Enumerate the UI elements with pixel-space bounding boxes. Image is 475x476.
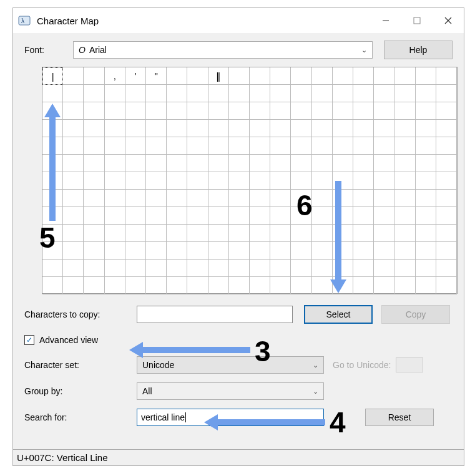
grid-cell[interactable] bbox=[63, 67, 84, 85]
grid-cell[interactable] bbox=[416, 102, 436, 120]
grid-cell[interactable] bbox=[291, 277, 311, 294]
grid-cell[interactable] bbox=[436, 67, 457, 85]
grid-cell[interactable] bbox=[125, 277, 146, 294]
grid-cell[interactable] bbox=[208, 137, 229, 155]
grid-cell[interactable] bbox=[394, 120, 415, 137]
grid-cell[interactable] bbox=[353, 137, 374, 155]
grid-cell[interactable] bbox=[63, 172, 84, 190]
grid-cell[interactable] bbox=[63, 190, 84, 207]
grid-cell[interactable] bbox=[394, 172, 415, 190]
grid-cell[interactable] bbox=[84, 120, 104, 137]
grid-cell[interactable] bbox=[229, 190, 250, 207]
grid-cell[interactable] bbox=[167, 120, 187, 137]
grid-cell[interactable] bbox=[229, 225, 250, 242]
grid-cell[interactable] bbox=[270, 260, 291, 277]
grid-cell[interactable] bbox=[270, 190, 291, 207]
grid-cell[interactable] bbox=[125, 225, 146, 242]
grid-cell[interactable] bbox=[291, 242, 311, 260]
grid-cell[interactable] bbox=[167, 277, 187, 294]
grid-cell[interactable] bbox=[208, 190, 229, 207]
grid-cell[interactable]: | bbox=[42, 67, 63, 85]
grid-cell[interactable] bbox=[229, 172, 250, 190]
grid-cell[interactable] bbox=[250, 137, 270, 155]
grid-cell[interactable] bbox=[353, 242, 374, 260]
grid-cell[interactable] bbox=[187, 225, 208, 242]
grid-cell[interactable] bbox=[167, 172, 187, 190]
grid-cell[interactable] bbox=[291, 102, 311, 120]
grid-cell[interactable] bbox=[394, 67, 415, 85]
search-input[interactable]: vertical line bbox=[137, 409, 324, 426]
grid-cell[interactable] bbox=[374, 207, 394, 225]
grid-cell[interactable] bbox=[208, 102, 229, 120]
grid-cell[interactable] bbox=[312, 207, 333, 225]
grid-cell[interactable] bbox=[436, 172, 457, 190]
grid-cell[interactable] bbox=[291, 67, 311, 85]
grid-cell[interactable] bbox=[146, 172, 167, 190]
grid-cell[interactable] bbox=[436, 85, 457, 102]
grid-cell[interactable] bbox=[333, 155, 353, 172]
grid-cell[interactable] bbox=[167, 155, 187, 172]
grid-cell[interactable] bbox=[187, 102, 208, 120]
font-select[interactable]: O Arial ⌄ bbox=[73, 41, 373, 59]
grid-cell[interactable] bbox=[353, 155, 374, 172]
grid-cell[interactable] bbox=[125, 190, 146, 207]
grid-cell[interactable] bbox=[333, 277, 353, 294]
grid-cell[interactable] bbox=[105, 225, 125, 242]
copy-button[interactable]: Copy bbox=[381, 305, 450, 324]
grid-cell[interactable] bbox=[333, 225, 353, 242]
grid-cell[interactable] bbox=[312, 120, 333, 137]
grid-cell[interactable] bbox=[312, 260, 333, 277]
grid-cell[interactable] bbox=[250, 190, 270, 207]
grid-cell[interactable] bbox=[270, 172, 291, 190]
grid-cell[interactable] bbox=[312, 225, 333, 242]
grid-cell[interactable] bbox=[333, 207, 353, 225]
grid-cell[interactable] bbox=[353, 67, 374, 85]
grid-cell[interactable] bbox=[63, 137, 84, 155]
grid-cell[interactable] bbox=[42, 102, 63, 120]
grid-cell[interactable] bbox=[353, 207, 374, 225]
grid-cell[interactable] bbox=[416, 67, 436, 85]
grid-cell[interactable] bbox=[187, 260, 208, 277]
grid-cell[interactable] bbox=[353, 172, 374, 190]
grid-cell[interactable] bbox=[167, 225, 187, 242]
grid-cell[interactable] bbox=[394, 85, 415, 102]
grid-cell[interactable] bbox=[291, 155, 311, 172]
maximize-button[interactable] bbox=[401, 8, 433, 33]
grid-cell[interactable] bbox=[250, 242, 270, 260]
reset-button[interactable]: Reset bbox=[365, 409, 434, 426]
grid-cell[interactable] bbox=[84, 102, 104, 120]
grid-cell[interactable] bbox=[42, 190, 63, 207]
grid-cell[interactable] bbox=[436, 277, 457, 294]
grid-cell[interactable] bbox=[312, 190, 333, 207]
grid-cell[interactable] bbox=[394, 155, 415, 172]
grid-cell[interactable] bbox=[250, 120, 270, 137]
grid-cell[interactable] bbox=[333, 67, 353, 85]
grid-cell[interactable] bbox=[146, 85, 167, 102]
grid-cell[interactable] bbox=[250, 102, 270, 120]
grid-cell[interactable] bbox=[42, 120, 63, 137]
grid-cell[interactable] bbox=[416, 172, 436, 190]
grid-cell[interactable] bbox=[250, 225, 270, 242]
grid-cell[interactable] bbox=[416, 242, 436, 260]
grid-cell[interactable] bbox=[291, 85, 311, 102]
groupby-select[interactable]: All ⌄ bbox=[137, 382, 324, 400]
grid-cell[interactable] bbox=[125, 85, 146, 102]
grid-cell[interactable] bbox=[250, 207, 270, 225]
grid-cell[interactable] bbox=[229, 120, 250, 137]
grid-cell[interactable] bbox=[333, 102, 353, 120]
grid-cell[interactable] bbox=[270, 137, 291, 155]
grid-cell[interactable] bbox=[374, 242, 394, 260]
grid-cell[interactable] bbox=[436, 190, 457, 207]
grid-cell[interactable] bbox=[312, 102, 333, 120]
grid-cell[interactable] bbox=[416, 277, 436, 294]
grid-cell[interactable] bbox=[146, 207, 167, 225]
grid-cell[interactable] bbox=[416, 260, 436, 277]
grid-cell[interactable] bbox=[146, 277, 167, 294]
close-button[interactable] bbox=[433, 8, 464, 33]
grid-cell[interactable] bbox=[187, 155, 208, 172]
grid-cell[interactable] bbox=[146, 225, 167, 242]
grid-cell[interactable] bbox=[436, 137, 457, 155]
grid-cell[interactable] bbox=[187, 172, 208, 190]
grid-cell[interactable] bbox=[63, 85, 84, 102]
grid-cell[interactable] bbox=[229, 85, 250, 102]
